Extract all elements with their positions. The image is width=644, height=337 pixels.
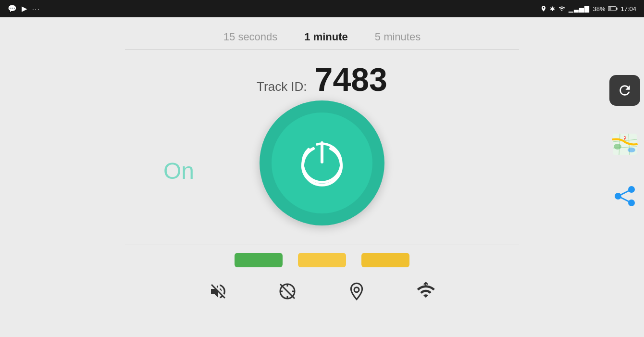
status-bar-left: 💬 ▶ ··· <box>8 4 40 13</box>
power-button-container: On <box>260 100 384 225</box>
interval-tabs: 15 seconds 1 minute 5 minutes <box>106 27 538 47</box>
top-divider <box>125 49 519 50</box>
status-bar: 💬 ▶ ··· ✱ ▁▃▅▇ 38% 17:04 <box>0 0 644 17</box>
wifi-signal-button[interactable] <box>415 281 436 302</box>
battery-percent: 38% <box>593 5 605 12</box>
svg-line-15 <box>618 189 632 196</box>
power-state-label: On <box>163 158 194 184</box>
tab-1-minute[interactable]: 1 minute <box>291 27 361 47</box>
right-sidebar <box>606 17 644 337</box>
tab-15-seconds[interactable]: 15 seconds <box>210 27 291 47</box>
svg-rect-2 <box>609 7 612 10</box>
power-icon <box>293 134 351 192</box>
wifi-status-icon <box>558 5 566 12</box>
power-button-inner <box>272 112 372 213</box>
main-content: 15 seconds 1 minute 5 minutes Track ID: … <box>0 17 644 337</box>
svg-point-10 <box>628 148 635 152</box>
signal-bar-gps <box>235 253 283 267</box>
svg-point-9 <box>614 144 621 150</box>
signal-bar-wifi <box>361 253 409 267</box>
bottom-divider <box>125 245 519 245</box>
track-id-label: Track ID: <box>257 79 307 94</box>
share-button[interactable] <box>611 183 638 210</box>
gps-off-button[interactable] <box>277 281 298 302</box>
play-icon: ▶ <box>22 4 27 13</box>
signal-bars-row <box>235 253 409 267</box>
svg-rect-1 <box>617 8 618 10</box>
tab-5-minutes[interactable]: 5 minutes <box>361 27 434 47</box>
refresh-button[interactable] <box>609 75 640 106</box>
signal-bar-cell <box>298 253 346 267</box>
map-button[interactable] <box>610 130 639 159</box>
location-status-icon <box>540 5 547 12</box>
track-id-value: 7483 <box>315 63 387 96</box>
message-icon: 💬 <box>8 4 17 13</box>
track-id-row: Track ID: 7483 <box>257 63 387 96</box>
status-bar-right: ✱ ▁▃▅▇ 38% 17:04 <box>540 5 636 12</box>
bluetooth-icon: ✱ <box>550 5 555 12</box>
dots-icon: ··· <box>32 5 40 12</box>
svg-point-11 <box>624 137 626 138</box>
battery-icon <box>608 6 618 12</box>
mute-button[interactable] <box>208 281 229 302</box>
svg-line-16 <box>618 196 632 203</box>
signal-strength-icon: ▁▃▅▇ <box>569 5 590 12</box>
clock: 17:04 <box>620 5 636 12</box>
svg-point-24 <box>354 287 359 292</box>
location-pin-button[interactable] <box>346 281 367 302</box>
power-button[interactable] <box>260 100 384 225</box>
bottom-icons-row <box>208 281 436 302</box>
